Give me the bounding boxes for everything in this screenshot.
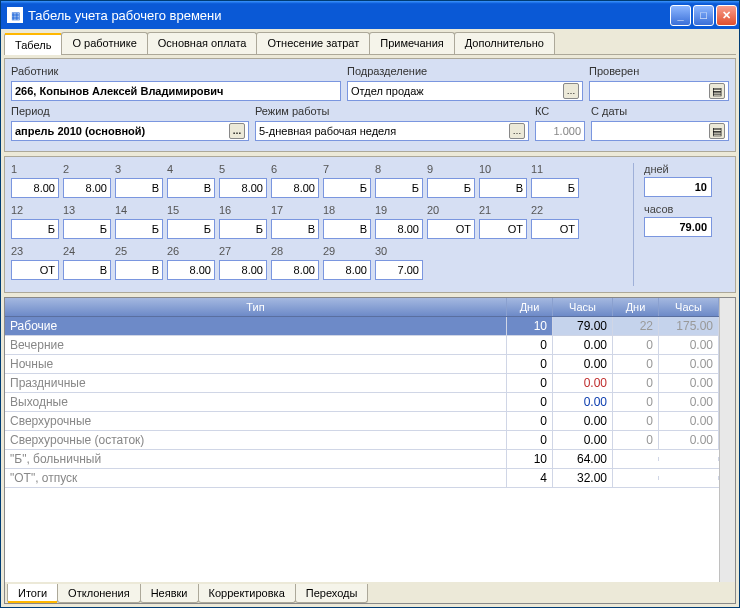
day-cell-1[interactable]: 8.00	[11, 178, 59, 198]
cell-hours1: 0.00	[553, 393, 613, 411]
tab-О работнике[interactable]: О работнике	[61, 32, 147, 54]
day-cell-28[interactable]: 8.00	[271, 260, 319, 280]
cell-days2: 0	[613, 355, 659, 373]
cell-hours1: 32.00	[553, 469, 613, 487]
cell-days2: 0	[613, 336, 659, 354]
cell-type: "Б", больничный	[5, 450, 507, 468]
table-row[interactable]: Сверхурочные (остаток)00.0000.00	[5, 431, 719, 450]
checked-field[interactable]: ▤	[589, 81, 729, 101]
day-cell-21[interactable]: ОТ	[479, 219, 527, 239]
day-cell-12[interactable]: Б	[11, 219, 59, 239]
table-row[interactable]: Выходные00.0000.00	[5, 393, 719, 412]
bottom-tab-Переходы[interactable]: Переходы	[295, 584, 369, 603]
tab-Дополнительно[interactable]: Дополнительно	[454, 32, 555, 54]
tab-Табель[interactable]: Табель	[4, 33, 62, 55]
cell-hours2: 0.00	[659, 412, 719, 430]
bottom-tab-Отклонения[interactable]: Отклонения	[57, 584, 141, 603]
dept-value: Отдел продаж	[351, 85, 424, 97]
cell-days2: 22	[613, 317, 659, 335]
dept-label: Подразделение	[347, 65, 583, 77]
bottom-tab-Итоги[interactable]: Итоги	[7, 584, 58, 603]
day-cell-16[interactable]: Б	[219, 219, 267, 239]
th-hours1[interactable]: Часы	[553, 298, 613, 316]
th-days2[interactable]: Дни	[613, 298, 659, 316]
th-days1[interactable]: Дни	[507, 298, 553, 316]
day-number: 9	[427, 163, 475, 175]
day-cell-27[interactable]: 8.00	[219, 260, 267, 280]
day-number: 1	[11, 163, 59, 175]
table-row[interactable]: Рабочие1079.0022175.00	[5, 317, 719, 336]
th-type[interactable]: Тип	[5, 298, 507, 316]
tab-Примечания[interactable]: Примечания	[369, 32, 455, 54]
cell-hours1: 0.00	[553, 412, 613, 430]
checked-calendar-button[interactable]: ▤	[709, 83, 725, 99]
day-number: 3	[115, 163, 163, 175]
day-cell-18[interactable]: В	[323, 219, 371, 239]
day-cell-22[interactable]: ОТ	[531, 219, 579, 239]
day-number: 5	[219, 163, 267, 175]
day-cell-6[interactable]: 8.00	[271, 178, 319, 198]
worker-field[interactable]: 266, Копынов Алексей Владимирович	[11, 81, 341, 101]
table-body: Рабочие1079.0022175.00Вечерние00.0000.00…	[5, 317, 719, 488]
day-number: 17	[271, 204, 319, 216]
day-cell-14[interactable]: Б	[115, 219, 163, 239]
cell-days2: 0	[613, 412, 659, 430]
worker-value: 266, Копынов Алексей Владимирович	[15, 85, 223, 97]
day-cell-11[interactable]: Б	[531, 178, 579, 198]
day-cell-7[interactable]: Б	[323, 178, 371, 198]
day-cell-23[interactable]: ОТ	[11, 260, 59, 280]
day-number: 20	[427, 204, 475, 216]
ks-field[interactable]: 1.000	[535, 121, 585, 141]
day-cell-15[interactable]: Б	[167, 219, 215, 239]
bottom-tab-Корректировка[interactable]: Корректировка	[198, 584, 296, 603]
close-button[interactable]: ✕	[716, 5, 737, 26]
day-cell-4[interactable]: В	[167, 178, 215, 198]
mode-field[interactable]: 5-дневная рабочая неделя …	[255, 121, 529, 141]
bottom-tab-Неявки[interactable]: Неявки	[140, 584, 199, 603]
tab-Отнесение затрат[interactable]: Отнесение затрат	[256, 32, 370, 54]
th-hours2[interactable]: Часы	[659, 298, 719, 316]
dept-picker-button[interactable]: …	[563, 83, 579, 99]
days-total-label: дней	[644, 163, 729, 175]
mode-picker-button[interactable]: …	[509, 123, 525, 139]
day-cell-29[interactable]: 8.00	[323, 260, 371, 280]
tab-Основная оплата[interactable]: Основная оплата	[147, 32, 258, 54]
day-cell-19[interactable]: 8.00	[375, 219, 423, 239]
day-cell-20[interactable]: ОТ	[427, 219, 475, 239]
day-cell-5[interactable]: 8.00	[219, 178, 267, 198]
day-cell-10[interactable]: В	[479, 178, 527, 198]
table-row[interactable]: Сверхурочные00.0000.00	[5, 412, 719, 431]
titlebar: ▦ Табель учета рабочего времени _ □ ✕	[1, 1, 739, 29]
day-cell-17[interactable]: В	[271, 219, 319, 239]
period-field[interactable]: апрель 2010 (основной) …	[11, 121, 249, 141]
summary-table: Тип Дни Часы Дни Часы Рабочие1079.002217…	[4, 297, 736, 604]
day-cell-13[interactable]: Б	[63, 219, 111, 239]
table-row[interactable]: Праздничные00.0000.00	[5, 374, 719, 393]
table-row[interactable]: "ОТ", отпуск432.00	[5, 469, 719, 488]
day-cell-8[interactable]: Б	[375, 178, 423, 198]
day-cell-3[interactable]: В	[115, 178, 163, 198]
window-title: Табель учета рабочего времени	[28, 8, 670, 23]
header-panel: Работник Подразделение Проверен 266, Коп…	[4, 58, 736, 152]
from-date-field[interactable]: ▤	[591, 121, 729, 141]
from-date-calendar-button[interactable]: ▤	[709, 123, 725, 139]
totals-side: дней 10 часов 79.00	[633, 163, 729, 286]
day-cell-25[interactable]: В	[115, 260, 163, 280]
minimize-button[interactable]: _	[670, 5, 691, 26]
cell-days1: 0	[507, 336, 553, 354]
day-cell-26[interactable]: 8.00	[167, 260, 215, 280]
dept-field[interactable]: Отдел продаж …	[347, 81, 583, 101]
table-row[interactable]: Вечерние00.0000.00	[5, 336, 719, 355]
cell-type: Выходные	[5, 393, 507, 411]
day-cell-9[interactable]: Б	[427, 178, 475, 198]
day-number: 16	[219, 204, 267, 216]
period-picker-button[interactable]: …	[229, 123, 245, 139]
scrollbar[interactable]	[719, 298, 735, 582]
day-cell-30[interactable]: 7.00	[375, 260, 423, 280]
table-row[interactable]: "Б", больничный1064.00	[5, 450, 719, 469]
day-cell-2[interactable]: 8.00	[63, 178, 111, 198]
maximize-button[interactable]: □	[693, 5, 714, 26]
table-row[interactable]: Ночные00.0000.00	[5, 355, 719, 374]
day-cell-24[interactable]: В	[63, 260, 111, 280]
day-number: 28	[271, 245, 319, 257]
